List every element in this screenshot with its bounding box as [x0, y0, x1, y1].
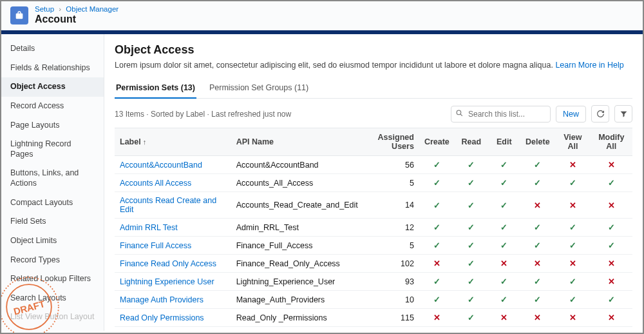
- api-name: Sales_Rep_for_Demo: [231, 327, 363, 331]
- sidebar-item-record-access[interactable]: Record Access: [1, 97, 104, 116]
- perm-label-link[interactable]: Finance Read Only Access: [120, 259, 216, 268]
- sidebar-item-field-sets[interactable]: Field Sets: [1, 212, 104, 231]
- cross-icon: ✕: [500, 259, 507, 268]
- cross-icon: ✕: [433, 313, 440, 322]
- check-icon: ✓: [534, 179, 541, 188]
- check-icon: ✓: [468, 223, 475, 232]
- search: [451, 106, 551, 123]
- perm-label-link[interactable]: Lightning Experience User: [120, 277, 214, 286]
- sidebar-item-compact-layouts[interactable]: Compact Layouts: [1, 193, 104, 213]
- check-icon: ✓: [468, 277, 475, 286]
- filter-button[interactable]: [614, 105, 632, 123]
- assigned-users: 56: [363, 156, 419, 174]
- api-name: Account&AccountBand: [231, 156, 363, 174]
- col-read[interactable]: Read: [455, 128, 488, 156]
- check-icon: ✓: [500, 277, 507, 286]
- col-view-all[interactable]: View All: [555, 128, 591, 156]
- cross-icon: ✕: [608, 313, 615, 322]
- sidebar-item-buttons-links-and-actions[interactable]: Buttons, Links, and Actions: [1, 164, 104, 193]
- check-icon: ✓: [608, 295, 615, 304]
- assigned-users: 93: [363, 273, 419, 291]
- search-input[interactable]: [451, 106, 551, 123]
- col-delete[interactable]: Delete: [520, 128, 555, 156]
- check-icon: ✓: [534, 223, 541, 232]
- sort-arrow-icon: ↑: [143, 138, 147, 146]
- cross-icon: ✕: [534, 259, 541, 268]
- cross-icon: ✕: [433, 259, 440, 268]
- table-row: Finance Full AccessFinance_Full_Access5✓…: [115, 237, 632, 255]
- sidebar-item-fields-relationships[interactable]: Fields & Relationships: [1, 59, 104, 78]
- assigned-users: 5: [363, 174, 419, 192]
- assigned-users: 12: [363, 219, 419, 237]
- api-name: Accounts_Read_Create_and_Edit: [231, 192, 363, 219]
- sidebar-item-list-view-button-layout[interactable]: List View Button Layout: [1, 308, 104, 327]
- table-row: Account&AccountBandAccount&AccountBand56…: [115, 156, 632, 174]
- toolbar: 13 Items · Sorted by Label · Last refres…: [115, 99, 632, 128]
- tab-permission-sets-[interactable]: Permission Sets (13): [115, 78, 196, 99]
- permission-table: Label↑API NameAssigned UsersCreateReadEd…: [115, 128, 632, 331]
- refresh-button[interactable]: [591, 105, 609, 123]
- sidebar-item-lightning-record-pages[interactable]: Lightning Record Pages: [1, 135, 104, 164]
- col-assigned-users[interactable]: Assigned Users: [363, 128, 419, 156]
- col-label[interactable]: Label↑: [115, 128, 231, 156]
- api-name: Read_Only _Permissions: [231, 309, 363, 327]
- check-icon: ✓: [468, 241, 475, 250]
- check-icon: ✓: [433, 201, 440, 210]
- cross-icon: ✕: [608, 161, 615, 170]
- cross-icon: ✕: [569, 161, 576, 170]
- api-name: Finance_Full_Access: [231, 237, 363, 255]
- check-icon: ✓: [500, 179, 507, 188]
- cross-icon: ✕: [608, 259, 615, 268]
- sidebar-item-object-limits[interactable]: Object Limits: [1, 231, 104, 251]
- check-icon: ✓: [468, 179, 475, 188]
- chevron-right-icon: ›: [56, 5, 64, 13]
- check-icon: ✓: [468, 295, 475, 304]
- svg-point-2: [457, 110, 461, 115]
- check-icon: ✓: [500, 295, 507, 304]
- assigned-users: 36: [363, 327, 419, 331]
- check-icon: ✓: [534, 241, 541, 250]
- sidebar-item-search-layouts[interactable]: Search Layouts: [1, 289, 104, 308]
- page-desc: Lorem ipsum dolor sit amet, consectetur …: [115, 61, 632, 70]
- crumb-setup[interactable]: Setup: [35, 5, 54, 13]
- cross-icon: ✕: [569, 259, 576, 268]
- sidebar-item-related-lookup-filters[interactable]: Related Lookup Filters: [1, 270, 104, 289]
- sidebar-item-record-types[interactable]: Record Types: [1, 251, 104, 270]
- cross-icon: ✕: [608, 201, 615, 210]
- check-icon: ✓: [433, 223, 440, 232]
- search-icon: [455, 109, 464, 119]
- check-icon: ✓: [500, 201, 507, 210]
- table-row: Lightning Experience UserLightning_Exper…: [115, 273, 632, 291]
- new-button[interactable]: New: [556, 106, 586, 123]
- perm-label-link[interactable]: Account&AccountBand: [120, 161, 202, 170]
- page-object-title: Account: [35, 14, 118, 25]
- sidebar: DetailsFields & RelationshipsObject Acce…: [1, 34, 104, 331]
- perm-label-link[interactable]: Accounts Read Create and Edit: [120, 196, 216, 214]
- perm-label-link[interactable]: Read Only Permissions: [120, 313, 204, 322]
- perm-label-link[interactable]: Manage Auth Providers: [120, 295, 204, 304]
- check-icon: ✓: [433, 179, 440, 188]
- col-api-name[interactable]: API Name: [231, 128, 363, 156]
- perm-label-link[interactable]: Accounts All Access: [120, 179, 191, 188]
- check-icon: ✓: [433, 295, 440, 304]
- sidebar-item-page-layouts[interactable]: Page Layouts: [1, 116, 104, 135]
- col-modify-all[interactable]: Modify All: [591, 128, 632, 156]
- col-create[interactable]: Create: [419, 128, 455, 156]
- check-icon: ✓: [468, 313, 475, 322]
- check-icon: ✓: [500, 161, 507, 170]
- col-edit[interactable]: Edit: [488, 128, 520, 156]
- crumb-object-manager[interactable]: Object Manager: [66, 5, 118, 13]
- perm-label-link[interactable]: Admin RRL Test: [120, 223, 178, 232]
- check-icon: ✓: [433, 161, 440, 170]
- perm-label-link[interactable]: Finance Full Access: [120, 241, 191, 250]
- tab-permission-set-groups-[interactable]: Permission Set Groups (11): [208, 78, 310, 99]
- sidebar-item-details[interactable]: Details: [1, 39, 104, 59]
- cross-icon: ✕: [534, 201, 541, 210]
- sidebar-item-object-access[interactable]: Object Access: [1, 77, 104, 97]
- check-icon: ✓: [433, 241, 440, 250]
- assigned-users: 102: [363, 255, 419, 273]
- table-row: Accounts Read Create and EditAccounts_Re…: [115, 192, 632, 219]
- assigned-users: 115: [363, 309, 419, 327]
- page-title: Object Access: [115, 43, 632, 57]
- help-link[interactable]: Learn More in Help: [555, 61, 623, 70]
